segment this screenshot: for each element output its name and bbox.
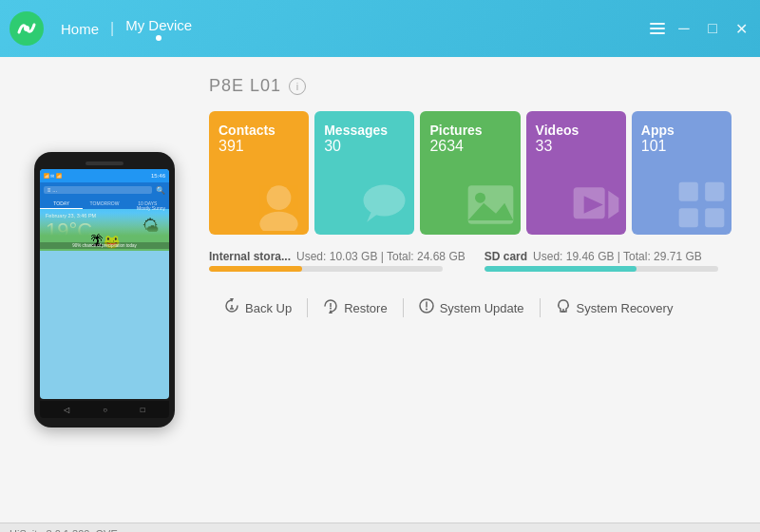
titlebar-left: Home | My Device: [10, 11, 200, 46]
nav-separator: |: [110, 20, 114, 37]
svg-marker-10: [608, 191, 618, 218]
internal-progress-fill: [209, 266, 302, 272]
backup-icon: [224, 298, 239, 317]
system-update-label: System Update: [440, 301, 524, 315]
storage-row: Internal stora... Used: 10.03 GB | Total…: [209, 250, 732, 272]
svg-point-2: [267, 185, 292, 210]
svg-point-4: [364, 184, 406, 216]
internal-progress-bar: [209, 266, 443, 272]
phone-weather: February 23, 3:46 PM 19°C Feels like 19°…: [40, 209, 169, 251]
sdcard-progress-fill: [484, 266, 636, 272]
phone-mockup: 📶 ✉ 📶 15:46 ≡ ... 🔍 TODAY TOMORROW 10 DA…: [34, 152, 175, 428]
tile-label-videos: Videos: [536, 123, 617, 138]
system-update-icon: [419, 298, 434, 317]
tile-messages[interactable]: Messages 30: [314, 111, 414, 235]
backup-label: Back Up: [245, 301, 292, 315]
close-button[interactable]: ✕: [732, 20, 750, 38]
phone-search-icon: 🔍: [156, 186, 165, 195]
sdcard-storage: SD card Used: 19.46 GB | Total: 29.71 GB: [484, 250, 718, 272]
right-content: P8E L01 i Contacts 391 Messages 30 Pictu…: [209, 76, 732, 504]
phone-recent-btn: □: [141, 406, 145, 414]
window-controls: ─ □ ✕: [650, 20, 750, 38]
system-recovery-button[interactable]: System Recovery: [541, 291, 689, 325]
backup-button[interactable]: Back Up: [209, 291, 307, 325]
tile-count-videos: 33: [536, 138, 617, 155]
tile-videos[interactable]: Videos 33: [526, 111, 626, 235]
phone-search-bar: ≡ ... 🔍: [40, 182, 169, 198]
svg-marker-5: [368, 210, 382, 222]
phone-precipitation: 90% chance of precipitation today: [40, 242, 169, 249]
tile-label-pictures: Pictures: [429, 123, 510, 138]
main-content: 📶 ✉ 📶 15:46 ≡ ... 🔍 TODAY TOMORROW 10 DA…: [0, 57, 760, 522]
system-recovery-icon: [556, 298, 571, 317]
svg-rect-13: [705, 182, 724, 201]
restore-icon: [323, 298, 338, 314]
tile-label-contacts: Contacts: [218, 123, 299, 138]
sdcard-info: Used: 19.46 GB | Total: 29.71 GB: [533, 250, 702, 263]
phone-navbar: ◁ ○ □: [40, 401, 169, 418]
tile-label-messages: Messages: [324, 123, 405, 138]
system-recovery-icon: [556, 298, 571, 314]
svg-point-3: [260, 212, 298, 231]
svg-point-1: [24, 26, 29, 31]
sdcard-label: SD card: [484, 250, 527, 263]
phone-tab-today: TODAY: [40, 198, 83, 209]
tile-count-contacts: 391: [218, 138, 299, 155]
phone-screen: 📶 ✉ 📶 15:46 ≡ ... 🔍 TODAY TOMORROW 10 DA…: [40, 169, 169, 399]
tile-count-messages: 30: [324, 138, 405, 155]
app-logo: [10, 11, 44, 46]
maximize-button[interactable]: □: [703, 20, 722, 37]
internal-storage-label: Internal stora...: [209, 250, 291, 263]
phone-container: 📶 ✉ 📶 15:46 ≡ ... 🔍 TODAY TOMORROW 10 DA…: [28, 76, 180, 504]
tile-count-apps: 101: [641, 138, 722, 155]
phone-tab-tomorrow: TOMORROW: [83, 198, 125, 209]
svg-point-21: [330, 308, 332, 310]
tile-label-apps: Apps: [641, 123, 722, 138]
titlebar: Home | My Device ─ □ ✕: [0, 0, 760, 57]
device-name: P8E L01: [209, 76, 281, 96]
phone-back-btn: ◁: [64, 406, 69, 414]
svg-rect-12: [679, 182, 698, 201]
minimize-button[interactable]: ─: [674, 20, 694, 37]
internal-storage-info: Used: 10.03 GB | Total: 24.68 GB: [296, 250, 466, 263]
svg-point-7: [475, 193, 485, 203]
tile-contacts[interactable]: Contacts 391: [209, 111, 309, 235]
info-icon[interactable]: i: [289, 78, 306, 95]
phone-weather-desc: Mostly Sunny: [137, 205, 165, 211]
device-header: P8E L01 i: [209, 76, 732, 96]
tile-count-pictures: 2634: [429, 138, 510, 155]
backup-icon: [224, 298, 239, 314]
svg-point-24: [426, 309, 428, 311]
phone-home-btn: ○: [103, 406, 107, 414]
svg-rect-15: [705, 208, 724, 227]
restore-icon: [323, 298, 338, 317]
nav-links: Home | My Device: [53, 17, 200, 41]
phone-speaker: [86, 162, 124, 165]
tiles-row: Contacts 391 Messages 30 Pictures 2634 V…: [209, 111, 732, 235]
action-bar: Back Up Restore System Update System Rec…: [209, 287, 732, 325]
system-recovery-label: System Recovery: [577, 301, 674, 315]
internal-storage: Internal stora... Used: 10.03 GB | Total…: [209, 250, 466, 272]
system-update-icon: [419, 298, 434, 314]
phone-status-bar: 📶 ✉ 📶 15:46: [40, 169, 169, 182]
svg-rect-14: [679, 208, 698, 227]
my-device-nav[interactable]: My Device: [118, 17, 200, 41]
sdcard-progress-bar: [484, 266, 718, 272]
restore-label: Restore: [344, 301, 388, 315]
restore-button[interactable]: Restore: [308, 291, 403, 325]
statusbar: HiSuite 8.0.1.300_OVE: [0, 522, 760, 532]
system-update-button[interactable]: System Update: [404, 291, 540, 325]
tile-pictures[interactable]: Pictures 2634: [420, 111, 520, 235]
storage-section: Internal stora... Used: 10.03 GB | Total…: [209, 250, 732, 272]
home-nav[interactable]: Home: [53, 21, 106, 37]
tile-apps[interactable]: Apps 101: [632, 111, 732, 235]
menu-icon[interactable]: [650, 23, 665, 34]
statusbar-text: HiSuite 8.0.1.300_OVE: [10, 528, 118, 533]
